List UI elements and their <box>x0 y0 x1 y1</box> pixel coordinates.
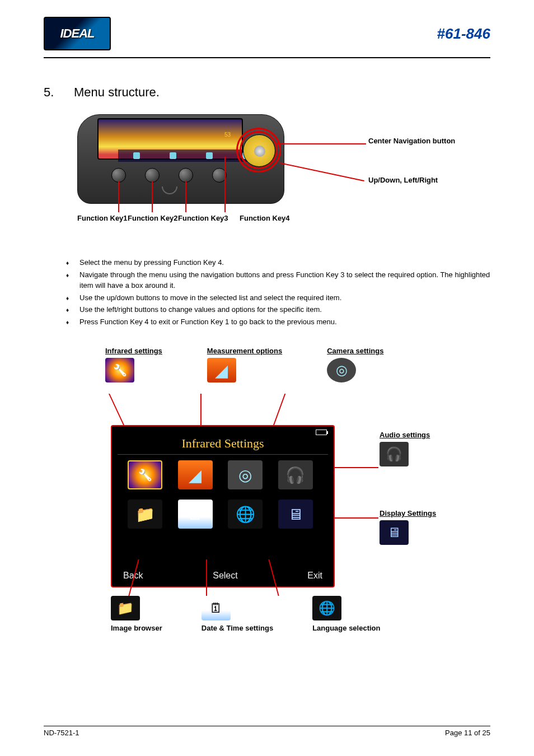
model-number: #61-846 <box>437 25 490 43</box>
label-center-nav: Center Navigation button <box>368 137 455 145</box>
page-header: IDEAL #61-846 <box>44 17 490 50</box>
device-screen <box>97 118 243 160</box>
menu-title: Infrared Settings <box>118 436 328 455</box>
list-item: Use the up/down buttons to move in the s… <box>66 292 490 304</box>
callout-line-center-nav <box>277 143 366 144</box>
callout-line-fn3 <box>185 181 186 212</box>
camera-settings-icon <box>327 358 356 382</box>
footer-doc-id: ND-7521-1 <box>44 729 79 737</box>
softkey-select[interactable]: Select <box>213 571 237 581</box>
callout-line-fn1 <box>118 181 119 212</box>
callout-display: Display Settings <box>380 509 436 545</box>
label-camera: Camera settings <box>327 347 383 356</box>
list-item: Press Function Key 4 to exit or Function… <box>66 316 490 328</box>
footer-page-number: Page 11 of 25 <box>445 729 490 737</box>
callout-ring-outer <box>236 128 281 172</box>
footer-rule <box>44 726 490 726</box>
display-settings-icon <box>380 520 409 545</box>
callout-line <box>206 559 207 596</box>
callout-line <box>335 467 378 468</box>
section-number: 5. <box>44 85 74 100</box>
callout-measurement: Measurement options <box>207 347 282 382</box>
callout-line-fn4 <box>224 157 226 212</box>
label-image-browser: Image browser <box>111 624 162 633</box>
section-heading: 5.Menu structure. <box>44 85 490 100</box>
brand-logo: IDEAL <box>44 17 111 50</box>
grid-display-icon[interactable] <box>278 500 313 529</box>
callout-language: Language selection <box>312 596 380 635</box>
header-rule <box>44 57 490 58</box>
softkey-exit[interactable]: Exit <box>307 571 322 581</box>
label-datetime: Date & Time settings <box>202 624 273 633</box>
list-item: Use the left/right buttons to change val… <box>66 304 490 315</box>
device-figure: Function Key1 Function Key2 Function Key… <box>77 114 469 243</box>
grid-language-icon[interactable] <box>228 500 263 529</box>
label-display: Display Settings <box>380 509 436 517</box>
menu-footer: Back Select Exit <box>123 571 322 581</box>
menu-figure: Infrared settings Measurement options Ca… <box>100 347 491 666</box>
callout-infrared: Infrared settings <box>105 347 162 382</box>
grid-camera-icon[interactable] <box>228 460 263 489</box>
label-fn4: Function Key4 <box>240 214 290 223</box>
grid-image-browser-icon[interactable] <box>128 500 162 529</box>
callout-camera: Camera settings <box>327 347 383 382</box>
label-infrared: Infrared settings <box>105 347 162 356</box>
callout-datetime: Date & Time settings <box>202 596 273 635</box>
grid-infrared-icon[interactable] <box>128 460 162 489</box>
grid-datetime-icon[interactable] <box>178 500 213 529</box>
label-measurement: Measurement options <box>207 347 282 356</box>
datetime-settings-icon <box>202 596 231 620</box>
menu-icon-grid <box>118 460 328 529</box>
logo-text: IDEAL <box>60 26 95 41</box>
instruction-list: Select the menu by pressing Function Key… <box>66 257 490 327</box>
function-key-2[interactable] <box>145 168 160 183</box>
language-selection-icon <box>312 596 341 620</box>
measurement-options-icon <box>207 358 236 382</box>
function-key-1[interactable] <box>111 168 126 183</box>
label-audio: Audio settings <box>380 431 430 439</box>
function-key-3[interactable] <box>179 168 193 183</box>
list-item: Select the menu by pressing Function Key… <box>66 257 490 268</box>
infrared-settings-icon <box>105 358 134 382</box>
grid-audio-icon[interactable] <box>278 460 313 489</box>
callout-line-updown <box>280 162 364 181</box>
power-button-outline <box>162 186 177 194</box>
callout-audio: Audio settings <box>380 431 430 466</box>
battery-icon <box>316 430 327 435</box>
label-fn2: Function Key2 <box>128 214 178 223</box>
callout-line <box>335 517 378 519</box>
grid-measurement-icon[interactable] <box>178 460 213 489</box>
label-updown: Up/Down, Left/Right <box>368 176 438 184</box>
label-language: Language selection <box>312 624 380 633</box>
image-browser-icon <box>111 596 140 620</box>
audio-settings-icon <box>380 442 409 466</box>
menu-screen: Infrared Settings Back Select Exit <box>111 425 335 587</box>
label-fn3: Function Key3 <box>178 214 228 223</box>
section-title: Menu structure. <box>74 85 160 99</box>
label-fn1: Function Key1 <box>77 214 128 223</box>
callout-image-browser: Image browser <box>111 596 162 635</box>
callout-line-fn2 <box>152 181 153 212</box>
list-item: Navigate through the menu using the navi… <box>66 269 490 291</box>
page-footer: ND-7521-1 Page 11 of 25 <box>44 726 490 737</box>
